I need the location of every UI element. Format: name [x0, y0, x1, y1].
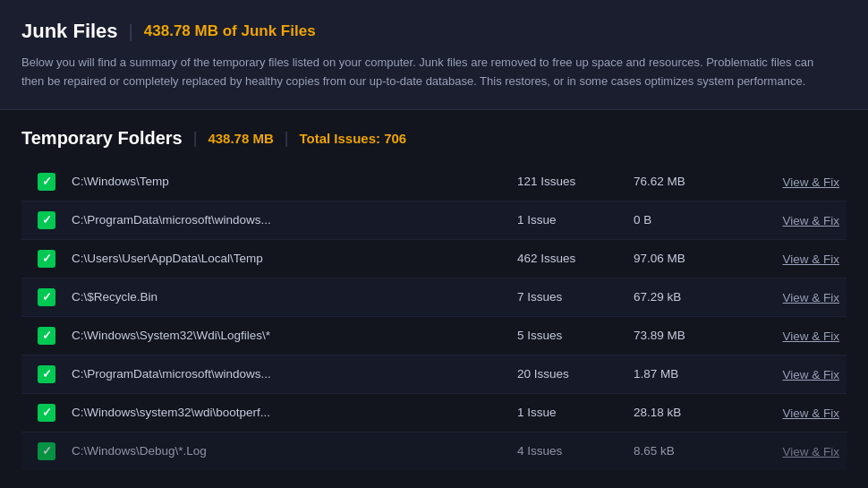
header-size-label: 438.78 MB of Junk Files	[144, 22, 316, 40]
issues-count: 462 Issues	[517, 252, 634, 265]
issues-count: 20 Issues	[517, 367, 634, 381]
view-fix-button[interactable]: View & Fix	[782, 407, 839, 420]
checked-icon	[38, 442, 55, 460]
file-size: 8.65 kB	[634, 444, 741, 458]
file-path: C:\Windows\system32\wdi\bootperf...	[64, 406, 517, 419]
action-col: View & Fix	[741, 367, 839, 381]
file-path: C:\Windows\System32\Wdi\Logfiles\*	[64, 329, 517, 342]
issues-count: 1 Issue	[517, 213, 634, 227]
table-row: C:\Windows\Debug\*.Log 4 Issues 8.65 kB …	[21, 432, 847, 470]
issues-count: 7 Issues	[517, 290, 634, 304]
checkbox-col	[29, 327, 64, 345]
action-col: View & Fix	[741, 175, 839, 189]
view-fix-button[interactable]: View & Fix	[782, 330, 839, 343]
table-row: C:\ProgramData\microsoft\windows... 20 I…	[21, 355, 847, 394]
view-fix-button[interactable]: View & Fix	[782, 214, 839, 227]
table-row: C:\Windows\system32\wdi\bootperf... 1 Is…	[21, 394, 847, 432]
section-size: 438.78 MB	[208, 131, 273, 146]
checked-icon	[38, 288, 55, 306]
view-fix-button[interactable]: View & Fix	[782, 253, 839, 266]
checkbox-col	[29, 365, 64, 383]
action-col: View & Fix	[741, 252, 839, 266]
action-col: View & Fix	[741, 444, 839, 458]
issues-count: 4 Issues	[517, 444, 634, 458]
view-fix-button[interactable]: View & Fix	[782, 445, 839, 458]
view-fix-button[interactable]: View & Fix	[782, 176, 839, 189]
table-row: C:\Windows\System32\Wdi\Logfiles\* 5 Iss…	[21, 317, 847, 355]
file-size: 1.87 MB	[634, 367, 741, 381]
table-row: C:\ProgramData\microsoft\windows... 1 Is…	[21, 201, 847, 240]
header-divider: |	[129, 21, 133, 42]
action-col: View & Fix	[741, 406, 839, 420]
issues-count: 1 Issue	[517, 406, 634, 419]
issues-count: 121 Issues	[517, 175, 634, 188]
checked-icon	[38, 404, 55, 422]
header-description: Below you will find a summary of the tem…	[21, 54, 827, 91]
table-row: C:\Windows\Temp 121 Issues 76.62 MB View…	[21, 163, 847, 201]
section-header: Temporary Folders | 438.78 MB | Total Is…	[21, 128, 847, 149]
action-col: View & Fix	[741, 213, 839, 227]
page-title: Junk Files	[21, 20, 118, 43]
checked-icon	[38, 250, 55, 268]
checked-icon	[38, 211, 55, 229]
section-pipe-2: |	[285, 129, 289, 148]
file-size: 67.29 kB	[634, 290, 741, 304]
file-path: C:\Windows\Debug\*.Log	[64, 444, 517, 458]
file-size: 97.06 MB	[634, 252, 741, 265]
view-fix-button[interactable]: View & Fix	[782, 291, 839, 304]
checkbox-col	[29, 211, 64, 229]
file-path: C:\Windows\Temp	[64, 175, 517, 188]
file-path: C:\ProgramData\microsoft\windows...	[64, 367, 517, 381]
file-size: 28.18 kB	[634, 406, 741, 419]
checkbox-col	[29, 442, 64, 460]
section-title: Temporary Folders	[21, 128, 183, 149]
issues-count: 5 Issues	[517, 329, 634, 342]
checkbox-col	[29, 173, 64, 191]
checked-icon	[38, 365, 55, 383]
section-pipe-1: |	[193, 129, 198, 148]
section-total-issues: Total Issues: 706	[299, 131, 406, 146]
checked-icon	[38, 173, 55, 191]
file-path: C:\ProgramData\microsoft\windows...	[64, 213, 517, 227]
table-row: C:\Users\User\AppData\Local\Temp 462 Iss…	[21, 240, 847, 278]
action-col: View & Fix	[741, 290, 839, 304]
file-path: C:\$Recycle.Bin	[64, 290, 517, 304]
header-section: Junk Files | 438.78 MB of Junk Files Bel…	[0, 0, 868, 110]
checked-icon	[38, 327, 55, 345]
file-size: 73.89 MB	[634, 329, 741, 342]
file-size: 76.62 MB	[634, 175, 741, 188]
file-path: C:\Users\User\AppData\Local\Temp	[64, 252, 517, 265]
file-size: 0 B	[634, 213, 741, 227]
checkbox-col	[29, 288, 64, 306]
table-container: C:\Windows\Temp 121 Issues 76.62 MB View…	[21, 163, 847, 470]
checkbox-col	[29, 404, 64, 422]
main-content: Temporary Folders | 438.78 MB | Total Is…	[0, 110, 868, 470]
action-col: View & Fix	[741, 329, 839, 343]
checkbox-col	[29, 250, 64, 268]
view-fix-button[interactable]: View & Fix	[782, 368, 839, 381]
table-row: C:\$Recycle.Bin 7 Issues 67.29 kB View &…	[21, 278, 847, 317]
